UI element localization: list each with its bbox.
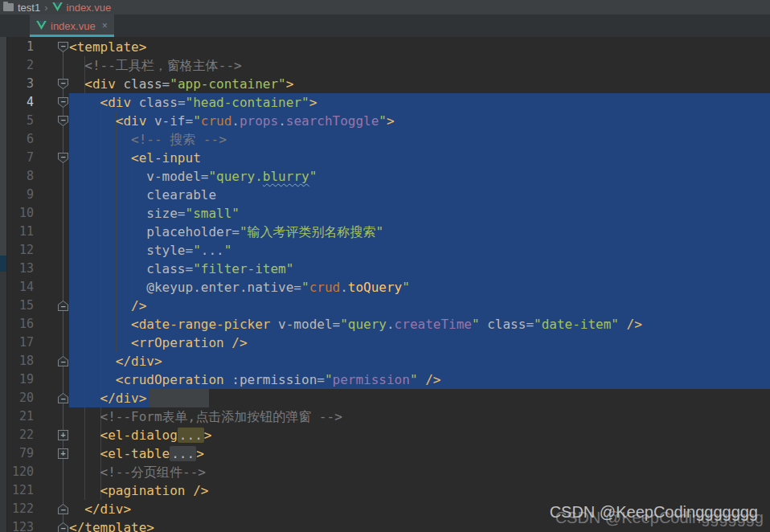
ide-window: test1 › index.vue index.vue × 1−<templat…	[0, 0, 770, 532]
code-line[interactable]: 8 v-model="query.blurry"	[0, 167, 770, 186]
line-number: 14	[0, 278, 34, 297]
line-number: 121	[0, 481, 34, 500]
code-line[interactable]: 121 <pagination />	[0, 481, 770, 500]
fold-collapse-icon[interactable]: −	[58, 356, 68, 366]
code-text: class="filter-item"	[69, 260, 293, 278]
line-number: 122	[0, 500, 34, 518]
fold-collapse-icon[interactable]: −	[58, 116, 68, 126]
code-line[interactable]: 6 <!-- 搜索 -->	[0, 130, 770, 149]
code-text: <el-input	[69, 149, 201, 167]
line-number: 15	[0, 297, 34, 315]
code-text: <pagination />	[69, 481, 208, 500]
code-line[interactable]: 4− <div class="head-container">	[0, 93, 770, 112]
line-number: 11	[0, 223, 34, 241]
close-icon[interactable]: ×	[102, 20, 108, 31]
line-number: 10	[0, 204, 34, 223]
line-number: 18	[0, 352, 34, 370]
code-text: <!--工具栏，窗格主体-->	[69, 56, 242, 75]
vue-file-icon	[52, 2, 63, 14]
code-rows: 1−<template>2 <!--工具栏，窗格主体-->3− <div cla…	[0, 38, 770, 532]
line-number: 2	[0, 56, 34, 75]
code-line[interactable]: 10 size="small"	[0, 204, 770, 223]
code-line[interactable]: 2 <!--工具栏，窗格主体-->	[0, 56, 770, 75]
code-line[interactable]: 21 <!--Form表单,点击添加按钮的弹窗 -->	[0, 407, 770, 426]
line-number: 1	[0, 38, 34, 56]
breadcrumb-file[interactable]: index.vue	[67, 2, 112, 14]
line-number: 6	[0, 130, 34, 149]
code-line[interactable]: 19 <crudOperation :permission="permissio…	[0, 370, 770, 389]
line-number: 22	[0, 426, 34, 444]
line-number: 7	[0, 149, 34, 167]
code-text: <!--Form表单,点击添加按钮的弹窗 -->	[69, 407, 342, 426]
line-number: 9	[0, 186, 34, 204]
code-line[interactable]: 15− />	[0, 297, 770, 315]
fold-collapse-icon[interactable]: −	[58, 504, 68, 514]
fold-expand-icon[interactable]: +	[58, 430, 68, 440]
code-text: </template>	[69, 518, 154, 532]
selection-highlight	[69, 297, 770, 315]
fold-collapse-icon[interactable]: −	[58, 153, 68, 163]
code-text: <el-table...>	[69, 444, 204, 463]
code-text: v-model="query.blurry"	[69, 167, 317, 186]
code-text: <date-range-picker v-model="query.create…	[69, 315, 642, 334]
line-number: 8	[0, 167, 34, 186]
code-line[interactable]: 5− <div v-if="crud.props.searchToggle">	[0, 112, 770, 130]
line-number: 5	[0, 112, 34, 130]
code-line[interactable]: 17 <rrOperation />	[0, 334, 770, 352]
code-line[interactable]: 18− </div>	[0, 352, 770, 370]
code-line[interactable]: 14 @keyup.enter.native="crud.toQuery"	[0, 278, 770, 297]
code-text: clearable	[69, 186, 216, 204]
line-number: 123	[0, 518, 34, 532]
line-number: 21	[0, 407, 34, 426]
tab-index-vue[interactable]: index.vue ×	[30, 14, 114, 37]
code-line[interactable]: 3− <div class="app-container">	[0, 75, 770, 93]
code-line[interactable]: 12 style="..."	[0, 241, 770, 260]
code-text: </div>	[69, 500, 131, 518]
code-text: style="..."	[69, 241, 231, 260]
code-line[interactable]: 9 clearable	[0, 186, 770, 204]
code-line[interactable]: 79+ <el-table...>	[0, 444, 770, 463]
fold-collapse-icon[interactable]: −	[58, 42, 68, 52]
editor-pane[interactable]: 1−<template>2 <!--工具栏，窗格主体-->3− <div cla…	[0, 37, 770, 532]
code-text: />	[69, 297, 146, 315]
line-number: 17	[0, 334, 34, 352]
tab-label: index.vue	[51, 20, 96, 32]
vue-file-icon	[36, 20, 47, 32]
code-text: <crudOperation :permission="permission" …	[69, 370, 440, 389]
breadcrumb: test1 › index.vue	[0, 0, 770, 14]
fold-collapse-icon[interactable]: −	[58, 79, 68, 89]
selection-highlight	[69, 352, 770, 370]
line-number: 16	[0, 315, 34, 334]
code-line[interactable]: 20− </div>	[0, 389, 770, 407]
line-number: 13	[0, 260, 34, 278]
breadcrumb-project[interactable]: test1	[18, 2, 40, 14]
code-line[interactable]: 22+ <el-dialog...>	[0, 426, 770, 444]
fold-collapse-icon[interactable]: −	[58, 301, 68, 311]
selection-end-block	[149, 389, 209, 407]
fold-expand-icon[interactable]: +	[58, 448, 68, 459]
code-line[interactable]: 1−<template>	[0, 38, 770, 56]
line-number: 120	[0, 463, 34, 481]
line-number: 3	[0, 75, 34, 93]
code-text: <div class="head-container">	[69, 93, 317, 112]
watermark: CSDN @KeepCodinggggggg	[550, 503, 758, 522]
fold-collapse-icon[interactable]: −	[58, 97, 68, 108]
code-text: <template>	[69, 38, 146, 56]
code-text: </div>	[69, 352, 162, 370]
code-line[interactable]: 16 <date-range-picker v-model="query.cre…	[0, 315, 770, 334]
code-text: placeholder="输入考评类别名称搜索"	[69, 223, 383, 241]
code-text: size="small"	[69, 204, 240, 223]
code-text: <!--分页组件-->	[69, 463, 206, 481]
code-text: <div class="app-container">	[69, 75, 293, 93]
code-text: </div>	[69, 389, 146, 407]
code-line[interactable]: 120 <!--分页组件-->	[0, 463, 770, 481]
code-text: <!-- 搜索 -->	[69, 130, 227, 149]
code-line[interactable]: 7− <el-input	[0, 149, 770, 167]
line-number: 20	[0, 389, 34, 407]
fold-collapse-icon[interactable]: −	[58, 522, 68, 532]
code-text: <div v-if="crud.props.searchToggle">	[69, 112, 395, 130]
code-line[interactable]: 13 class="filter-item"	[0, 260, 770, 278]
code-line[interactable]: 11 placeholder="输入考评类别名称搜索"	[0, 223, 770, 241]
code-text: @keyup.enter.native="crud.toQuery"	[69, 278, 410, 297]
fold-collapse-icon[interactable]: −	[58, 393, 68, 403]
